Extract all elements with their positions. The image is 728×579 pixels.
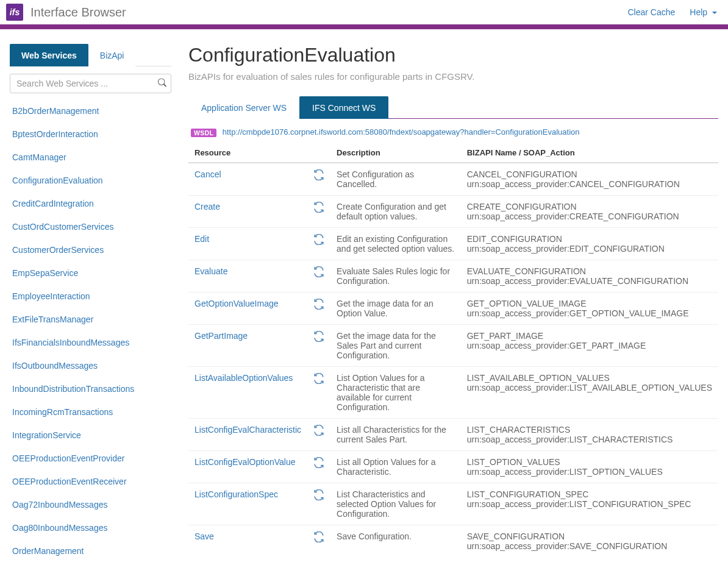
table-row: SaveSave Configuration.SAVE_CONFIGURATIO… <box>188 525 718 557</box>
resource-cell: ListConfigEvalCharacteristic <box>188 418 307 450</box>
sidebar-item-link[interactable]: IncomingRcmTransactions <box>12 407 113 417</box>
resource-link[interactable]: Cancel <box>194 169 221 179</box>
accent-strip <box>0 24 728 29</box>
sidebar-item[interactable]: InboundDistributionTransactions <box>10 377 171 400</box>
refresh-icon[interactable] <box>313 299 324 310</box>
sidebar-item[interactable]: IntegrationService <box>10 424 171 447</box>
refresh-icon[interactable] <box>313 457 324 468</box>
soap-action: urn:soap_access_provider:LIST_AVAILABLE_… <box>467 383 712 393</box>
bizapi-cell: LIST_CONFIGURATION_SPECurn:soap_access_p… <box>461 483 718 525</box>
sidebar-item-link[interactable]: Oag72InboundMessages <box>12 500 107 510</box>
table-header-row: Resource Description BIZAPI Name / SOAP_… <box>188 143 718 163</box>
sidebar-item-link[interactable]: CustOrdCustomerServices <box>12 222 114 232</box>
sync-cell <box>307 195 330 227</box>
sidebar-item-link[interactable]: EmployeeInteraction <box>12 291 90 301</box>
sidebar-item-link[interactable]: OEEProductionEventProvider <box>12 453 124 463</box>
description-cell: Evaluate Sales Rules logic for Configura… <box>330 260 461 292</box>
table-row: ListConfigEvalOptionValueList all Option… <box>188 450 718 483</box>
wsdl-url-link[interactable]: http://cmbpde1076.corpnet.ifsworld.com:5… <box>223 127 580 137</box>
resource-link[interactable]: ListAvailableOptionValues <box>194 373 293 383</box>
wsdl-line: WSDL http://cmbpde1076.corpnet.ifsworld.… <box>191 127 718 137</box>
table-row: ListConfigurationSpecList Characteristic… <box>188 483 718 525</box>
sidebar-item[interactable]: OrderManagement <box>10 539 171 563</box>
help-dropdown[interactable]: Help <box>690 7 717 17</box>
sidebar-item[interactable]: IncomingRcmTransactions <box>10 400 171 424</box>
resource-link[interactable]: GetPartImage <box>194 331 248 341</box>
sidebar-item-link[interactable]: OEEProductionEventReceiver <box>12 477 127 486</box>
bizapi-cell: LIST_CHARACTERISTICSurn:soap_access_prov… <box>461 418 718 450</box>
sidebar-item-link[interactable]: ConfigurationEvaluation <box>12 176 103 185</box>
refresh-icon[interactable] <box>313 531 324 542</box>
tab-bizapi[interactable]: BizApi <box>88 44 136 66</box>
sidebar-item[interactable]: B2bOrderManagement <box>10 99 171 123</box>
bizapi-cell: SAVE_CONFIGURATIONurn:soap_access_provid… <box>461 525 718 557</box>
sidebar-item-link[interactable]: IfsFinancialsInboundMessages <box>12 338 129 347</box>
sync-cell <box>307 418 330 450</box>
soap-action: urn:soap_access_provider:CANCEL_CONFIGUR… <box>467 179 712 189</box>
sidebar-item-link[interactable]: BptestOrderInteraction <box>12 129 98 139</box>
sidebar-item[interactable]: CreditCardIntegration <box>10 192 171 215</box>
search-icon[interactable] <box>158 79 166 89</box>
resource-link[interactable]: Save <box>194 531 214 541</box>
tab-ifs-connect-ws[interactable]: IFS Connect WS <box>299 96 388 119</box>
sidebar-item[interactable]: EmpSepaService <box>10 261 171 285</box>
sidebar-item-link[interactable]: IfsOutboundMessages <box>12 361 98 371</box>
sidebar-item-link[interactable]: CustomerOrderServices <box>12 245 104 255</box>
tab-application-server-ws[interactable]: Application Server WS <box>188 96 299 119</box>
resource-link[interactable]: ListConfigEvalOptionValue <box>194 457 296 467</box>
description-cell: Edit an existing Configuration and get s… <box>330 227 461 260</box>
sidebar-item[interactable]: CamtManager <box>10 146 171 169</box>
soap-action: urn:soap_access_provider:GET_OPTION_VALU… <box>467 308 712 318</box>
sidebar-item[interactable]: IfsOutboundMessages <box>10 354 171 377</box>
sidebar-item-link[interactable]: B2bOrderManagement <box>12 106 99 116</box>
sidebar-item[interactable]: EmployeeInteraction <box>10 285 171 308</box>
refresh-icon[interactable] <box>313 331 324 342</box>
sidebar-item-link[interactable]: EmpSepaService <box>12 268 78 278</box>
tab-web-services[interactable]: Web Services <box>10 44 88 66</box>
sidebar-item[interactable]: Oag72InboundMessages <box>10 493 171 516</box>
sidebar-tabs: Web Services BizApi <box>10 44 171 66</box>
resource-link[interactable]: Evaluate <box>194 266 227 276</box>
sidebar-item[interactable]: ExtFileTransManager <box>10 308 171 331</box>
clear-cache-link[interactable]: Clear Cache <box>627 7 675 17</box>
sidebar-item[interactable]: CustomerOrderServices <box>10 238 171 261</box>
refresh-icon[interactable] <box>313 202 324 213</box>
refresh-icon[interactable] <box>313 234 324 245</box>
table-row: GetOptionValueImageGet the image data fo… <box>188 292 718 324</box>
table-row: CreateCreate Configuration and get defau… <box>188 195 718 227</box>
refresh-icon[interactable] <box>313 169 324 180</box>
sidebar-item[interactable]: IfsFinancialsInboundMessages <box>10 331 171 354</box>
sidebar-item-link[interactable]: Oag80InboundMessages <box>12 523 107 533</box>
sidebar-item-link[interactable]: CamtManager <box>12 152 66 162</box>
resource-link[interactable]: ListConfigEvalCharacteristic <box>194 425 301 435</box>
sidebar-item[interactable]: BptestOrderInteraction <box>10 123 171 146</box>
resource-cell: Evaluate <box>188 260 307 292</box>
refresh-icon[interactable] <box>313 373 324 384</box>
sidebar-item[interactable]: ConfigurationEvaluation <box>10 169 171 192</box>
app-title: Interface Browser <box>30 5 126 20</box>
resource-link[interactable]: Create <box>194 202 220 211</box>
sidebar-item[interactable]: Oag80InboundMessages <box>10 516 171 539</box>
resource-link[interactable]: GetOptionValueImage <box>194 299 279 308</box>
description-cell: Save Configuration. <box>330 525 461 557</box>
refresh-icon[interactable] <box>313 489 324 500</box>
sidebar-item-link[interactable]: CreditCardIntegration <box>12 199 94 208</box>
col-resource: Resource <box>188 143 307 163</box>
soap-action: urn:soap_access_provider:EDIT_CONFIGURAT… <box>467 244 712 254</box>
sidebar-item-link[interactable]: IntegrationService <box>12 430 81 440</box>
sidebar-item[interactable]: OEEProductionEventReceiver <box>10 470 171 493</box>
refresh-icon[interactable] <box>313 266 324 277</box>
resource-link[interactable]: Edit <box>194 234 209 244</box>
sidebar-item-link[interactable]: OrderManagement <box>12 546 84 556</box>
sidebar-item[interactable]: OEEProductionEventProvider <box>10 447 171 470</box>
refresh-icon[interactable] <box>313 425 324 436</box>
resource-link[interactable]: ListConfigurationSpec <box>194 489 278 499</box>
col-description: Description <box>330 143 461 163</box>
sidebar-item-link[interactable]: InboundDistributionTransactions <box>12 384 134 394</box>
sidebar-item[interactable]: CustOrdCustomerServices <box>10 215 171 238</box>
bizapi-cell: LIST_AVAILABLE_OPTION_VALUESurn:soap_acc… <box>461 366 718 418</box>
help-label: Help <box>690 7 707 17</box>
search-input[interactable] <box>10 74 171 93</box>
sidebar-item-link[interactable]: ExtFileTransManager <box>12 314 93 324</box>
bizapi-name: LIST_CHARACTERISTICS <box>467 425 712 435</box>
